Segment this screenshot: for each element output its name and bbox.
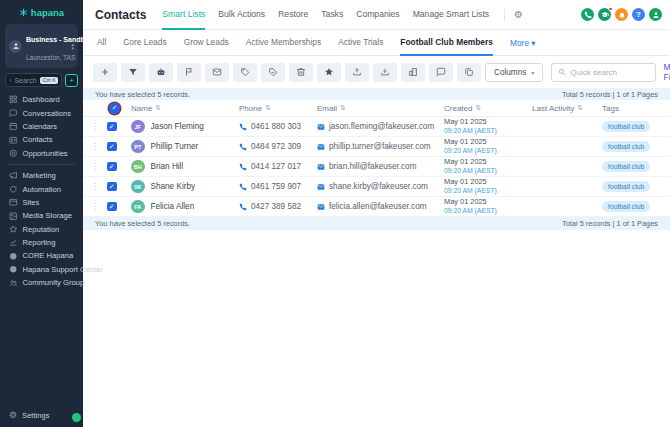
tag-pill[interactable]: football club bbox=[602, 121, 650, 132]
add-contact-button[interactable] bbox=[93, 63, 117, 82]
notifications-bell-icon[interactable] bbox=[615, 8, 628, 21]
select-all-checkbox[interactable]: ✓ bbox=[109, 103, 120, 114]
smart-list-settings-gear-icon[interactable]: ⚙ bbox=[514, 9, 523, 20]
sort-icon[interactable]: ⇅ bbox=[265, 104, 271, 112]
column-header-last-activity[interactable]: Last Activity bbox=[532, 104, 574, 113]
row-checkbox[interactable]: ✓ bbox=[107, 142, 117, 152]
tab-manage-smart-lists[interactable]: Manage Smart Lists bbox=[413, 0, 489, 30]
table-row[interactable]: ⋮ ✓ SKShane Kirby 0461 759 907 shane.kir… bbox=[83, 177, 670, 197]
sidebar-item-settings[interactable]: ⚙ Settings bbox=[0, 409, 83, 422]
smart-list-tab-active-trials[interactable]: Active Trials bbox=[338, 30, 383, 56]
email-link[interactable]: shane.kirby@fakeuser.com bbox=[317, 182, 444, 191]
contact-name[interactable]: Brian Hill bbox=[151, 162, 184, 171]
sidebar-item-marketing[interactable]: Marketing bbox=[0, 169, 83, 182]
import-button[interactable] bbox=[373, 63, 397, 82]
sidebar-item-automation[interactable]: Automation bbox=[0, 182, 83, 195]
help-icon[interactable]: ? bbox=[632, 8, 645, 21]
phone-link[interactable]: 0427 389 582 bbox=[239, 202, 317, 211]
sidebar-item-media-storage[interactable]: Media Storage bbox=[0, 209, 83, 222]
export-button[interactable] bbox=[345, 63, 369, 82]
sort-icon[interactable]: ⇅ bbox=[577, 104, 583, 112]
phone-icon[interactable] bbox=[581, 8, 594, 21]
contact-name[interactable]: Felicia Allen bbox=[151, 202, 195, 211]
column-header-tags[interactable]: Tags bbox=[602, 104, 619, 113]
contact-name[interactable]: Phillip Turner bbox=[151, 142, 199, 151]
drag-handle-icon[interactable]: ⋮ bbox=[91, 202, 107, 211]
row-checkbox[interactable]: ✓ bbox=[107, 182, 117, 192]
tag-pill[interactable]: football club bbox=[602, 161, 650, 172]
smart-list-tab-more[interactable]: More ▾ bbox=[510, 38, 536, 48]
favorite-star-button[interactable] bbox=[317, 63, 341, 82]
column-header-email[interactable]: Email bbox=[317, 104, 337, 113]
sidebar-item-reporting[interactable]: Reporting bbox=[0, 236, 83, 249]
smart-list-tab-all[interactable]: All bbox=[97, 30, 106, 56]
drag-handle-icon[interactable]: ⋮ bbox=[91, 162, 107, 171]
send-email-button[interactable] bbox=[205, 63, 229, 82]
sidebar-search-input[interactable] bbox=[14, 77, 38, 84]
profile-icon[interactable] bbox=[649, 8, 662, 21]
add-tag-button[interactable] bbox=[233, 63, 257, 82]
company-button[interactable] bbox=[401, 63, 425, 82]
smart-list-tab-grow-leads[interactable]: Grow Leads bbox=[184, 30, 229, 56]
drag-handle-icon[interactable]: ⋮ bbox=[91, 142, 107, 151]
column-header-phone[interactable]: Phone bbox=[239, 104, 262, 113]
delete-button[interactable] bbox=[289, 63, 313, 82]
quick-search-input[interactable] bbox=[570, 68, 648, 77]
column-header-created[interactable]: Created bbox=[444, 104, 472, 113]
sidebar-search[interactable]: Ctrl K bbox=[5, 73, 62, 87]
more-filters-button[interactable]: More Filters 1 bbox=[664, 62, 670, 82]
contact-name[interactable]: Shane Kirby bbox=[151, 182, 196, 191]
tag-pill[interactable]: football club bbox=[602, 181, 650, 192]
quick-add-button[interactable]: + bbox=[65, 74, 78, 87]
table-row[interactable]: ⋮ ✓ BHBrian Hill 0414 127 017 brian.hill… bbox=[83, 157, 670, 177]
table-row[interactable]: ⋮ ✓ FAFelicia Allen 0427 389 582 felicia… bbox=[83, 197, 670, 217]
phone-link[interactable]: 0414 127 017 bbox=[239, 162, 317, 171]
drag-handle-icon[interactable]: ⋮ bbox=[91, 122, 107, 131]
drag-handle-icon[interactable]: ⋮ bbox=[91, 182, 107, 191]
email-link[interactable]: felicia.allen@fakeuser.com bbox=[317, 202, 444, 211]
automation-robot-button[interactable] bbox=[149, 63, 173, 82]
row-checkbox[interactable]: ✓ bbox=[107, 202, 117, 212]
smart-list-tab-football-club-members[interactable]: Football Club Members bbox=[400, 30, 493, 56]
sort-icon[interactable]: ⇅ bbox=[340, 104, 346, 112]
sidebar-item-conversations[interactable]: Conversations bbox=[0, 106, 83, 119]
contact-name[interactable]: Jason Fleming bbox=[151, 122, 204, 131]
remove-tag-button[interactable] bbox=[261, 63, 285, 82]
sidebar-item-calendars[interactable]: Calendars bbox=[0, 120, 83, 133]
sort-icon[interactable]: ⇅ bbox=[475, 104, 481, 112]
email-link[interactable]: phillip.turner@fakeuser.com bbox=[317, 142, 444, 151]
sort-icon[interactable]: ⇅ bbox=[155, 104, 161, 112]
sidebar-item-reputation[interactable]: Reputation bbox=[0, 223, 83, 236]
tag-pill[interactable]: football club bbox=[602, 201, 650, 212]
phone-link[interactable]: 0461 880 303 bbox=[239, 122, 317, 131]
sms-button[interactable] bbox=[429, 63, 453, 82]
tab-restore[interactable]: Restore bbox=[278, 0, 308, 30]
flag-message-button[interactable] bbox=[177, 63, 201, 82]
tag-pill[interactable]: football club bbox=[602, 141, 650, 152]
smart-list-tab-active-memberships[interactable]: Active Memberships bbox=[246, 30, 321, 56]
sidebar-item-core-hapana[interactable]: CORE Hapana bbox=[0, 249, 83, 262]
row-checkbox[interactable]: ✓ bbox=[107, 122, 117, 132]
tab-companies[interactable]: Companies bbox=[356, 0, 399, 30]
sidebar-item-support-center[interactable]: Hapana Support Center bbox=[0, 263, 83, 276]
sidebar-item-contacts[interactable]: Contacts bbox=[0, 133, 83, 146]
smart-list-tab-core-leads[interactable]: Core Leads bbox=[123, 30, 166, 56]
filter-funnel-button[interactable] bbox=[121, 63, 145, 82]
phone-link[interactable]: 0461 759 907 bbox=[239, 182, 317, 191]
sidebar-item-sites[interactable]: Sites bbox=[0, 196, 83, 209]
email-link[interactable]: jason.fleming@fakeuser.com bbox=[317, 122, 444, 131]
sidebar-item-community-group[interactable]: Community Group bbox=[0, 276, 83, 289]
quick-search[interactable] bbox=[551, 63, 655, 82]
copy-button[interactable] bbox=[457, 63, 481, 82]
academy-icon[interactable] bbox=[598, 8, 611, 21]
table-row[interactable]: ⋮ ✓ JFJason Fleming 0461 880 303 jason.f… bbox=[83, 117, 670, 137]
email-link[interactable]: brian.hill@fakeuser.com bbox=[317, 162, 444, 171]
table-row[interactable]: ⋮ ✓ PTPhillip Turner 0484 972 309 philli… bbox=[83, 137, 670, 157]
column-header-name[interactable]: Name bbox=[131, 104, 152, 113]
row-checkbox[interactable]: ✓ bbox=[107, 162, 117, 172]
tab-tasks[interactable]: Tasks bbox=[321, 0, 343, 30]
columns-button[interactable]: Columns ▾ bbox=[485, 63, 543, 82]
phone-link[interactable]: 0484 972 309 bbox=[239, 142, 317, 151]
tab-bulk-actions[interactable]: Bulk Actions bbox=[218, 0, 265, 30]
business-selector[interactable]: Business - Sandbox Launceston, TAS ▴▾ bbox=[5, 24, 78, 68]
